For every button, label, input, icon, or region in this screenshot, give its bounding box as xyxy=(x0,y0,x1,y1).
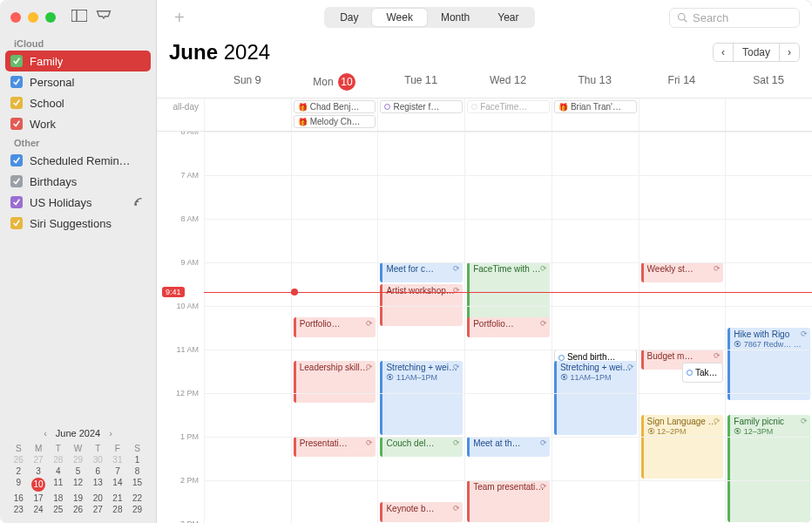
day-header[interactable]: Mon 10 xyxy=(291,68,378,98)
mini-day[interactable]: 30 xyxy=(88,455,108,465)
mini-day[interactable]: 16 xyxy=(9,493,29,503)
day-column[interactable]: Hike with Rigo⦿ 7867 Redw… ⦿ 10AM–12PM⟳F… xyxy=(725,132,812,523)
calendar-list-item[interactable]: Siri Suggestions xyxy=(0,213,156,234)
allday-event[interactable]: 🎁Chad Benj… xyxy=(294,100,376,113)
today-button[interactable]: Today xyxy=(733,43,780,62)
calendar-event[interactable]: Take Luna… xyxy=(682,363,723,383)
maximize-button[interactable] xyxy=(45,12,56,23)
calendar-event[interactable]: Stretching + weights⦿ 11AM–1PM⟳ xyxy=(380,361,463,436)
mini-day[interactable]: 27 xyxy=(88,505,108,514)
mini-day[interactable]: 3 xyxy=(29,466,49,476)
view-tab-day[interactable]: Day xyxy=(326,9,372,26)
next-week-button[interactable]: › xyxy=(779,43,800,62)
minimize-button[interactable] xyxy=(28,12,38,23)
day-header[interactable]: Sun 9 xyxy=(204,68,291,98)
mini-day[interactable]: 7 xyxy=(108,466,128,476)
mini-day[interactable]: 19 xyxy=(68,493,88,503)
mini-day[interactable]: 5 xyxy=(68,466,88,476)
day-header[interactable]: Thu 13 xyxy=(551,68,639,98)
mini-day[interactable]: 9 xyxy=(9,478,29,492)
mini-day[interactable]: 25 xyxy=(48,505,68,514)
inbox-icon[interactable] xyxy=(96,10,112,25)
mini-day[interactable]: 29 xyxy=(68,455,88,465)
mini-day[interactable]: 28 xyxy=(108,505,128,514)
calendar-event[interactable]: Team presentati…⟳ xyxy=(467,480,550,522)
calendar-event[interactable]: Meet for c…⟳ xyxy=(380,262,463,282)
calendar-event[interactable]: Keynote b…⟳ xyxy=(380,502,463,522)
close-button[interactable] xyxy=(10,12,21,23)
view-tab-year[interactable]: Year xyxy=(484,9,532,26)
mini-day[interactable]: 13 xyxy=(88,478,108,492)
calendar-checkbox[interactable] xyxy=(10,118,23,130)
calendar-event[interactable]: Meet at th…⟳ xyxy=(467,437,550,457)
mini-day[interactable]: 27 xyxy=(29,455,49,465)
add-event-button[interactable]: + xyxy=(169,8,190,28)
mini-day[interactable]: 20 xyxy=(88,493,108,503)
mini-day[interactable]: 24 xyxy=(29,505,49,514)
mini-day[interactable]: 10 xyxy=(31,478,45,492)
calendar-list-item[interactable]: US Holidays xyxy=(0,192,156,213)
mini-day[interactable]: 21 xyxy=(108,493,128,503)
allday-cell[interactable]: FaceTime… xyxy=(464,98,551,131)
mini-day[interactable]: 28 xyxy=(48,455,68,465)
day-column[interactable]: Meet for c…⟳Artist workshop…⟳Stretching … xyxy=(377,132,464,523)
allday-event[interactable]: Register f… xyxy=(380,100,463,113)
mini-day[interactable]: 23 xyxy=(9,505,29,514)
mini-day[interactable]: 26 xyxy=(9,455,29,465)
allday-cell[interactable]: 🎁Brian Tran'… xyxy=(551,98,639,131)
allday-event[interactable]: 🎁Melody Ch… xyxy=(294,115,376,128)
view-tab-week[interactable]: Week xyxy=(372,9,426,26)
mini-day[interactable]: 11 xyxy=(48,478,68,492)
calendar-list-item[interactable]: Scheduled Remin… xyxy=(0,150,156,171)
calendar-checkbox[interactable] xyxy=(10,55,23,67)
mini-day[interactable]: 2 xyxy=(9,466,29,476)
calendar-event[interactable]: Presentati…⟳ xyxy=(294,437,376,457)
calendar-list-item[interactable]: Birthdays xyxy=(0,171,156,192)
day-column[interactable]: Weekly st…⟳Budget m…⟳Take Luna…Sign Lang… xyxy=(639,132,726,523)
calendar-checkbox[interactable] xyxy=(10,97,23,109)
allday-event[interactable]: FaceTime… xyxy=(467,100,550,113)
calendar-checkbox[interactable] xyxy=(10,217,23,229)
day-column[interactable]: Portfolio…⟳Leadership skills work…⟳Prese… xyxy=(291,132,378,523)
calendar-checkbox[interactable] xyxy=(10,196,23,208)
mini-day[interactable]: 4 xyxy=(48,466,68,476)
mini-day[interactable]: 14 xyxy=(108,478,128,492)
allday-cell[interactable]: 🎁Chad Benj…🎁Melody Ch… xyxy=(291,98,378,131)
allday-cell[interactable]: Register f… xyxy=(377,98,464,131)
calendar-event[interactable]: Portfolio…⟳ xyxy=(467,317,550,337)
calendar-event[interactable]: Family picnic⦿ 12–3PM⟳ xyxy=(727,415,810,522)
calendar-event[interactable]: Stretching + weights⦿ 11AM–1PM⟳ xyxy=(554,361,637,436)
mini-next-button[interactable]: › xyxy=(105,428,116,438)
day-column[interactable]: FaceTime with Gran…⟳Portfolio…⟳Meet at t… xyxy=(464,132,551,523)
calendar-event[interactable]: Sign Language Club⦿ 12–2PM⟳ xyxy=(641,415,724,479)
mini-day[interactable]: 18 xyxy=(48,493,68,503)
day-header[interactable]: Sat 15 xyxy=(725,68,812,98)
calendar-checkbox[interactable] xyxy=(10,76,23,88)
mini-day[interactable]: 17 xyxy=(29,493,49,503)
calendar-event[interactable]: Hike with Rigo⦿ 7867 Redw… ⦿ 10AM–12PM⟳ xyxy=(727,328,810,400)
allday-cell[interactable] xyxy=(725,98,812,131)
calendar-list-item[interactable]: Family xyxy=(5,51,151,71)
calendar-event[interactable]: Couch del…⟳ xyxy=(380,437,463,457)
calendar-checkbox[interactable] xyxy=(10,154,23,166)
mini-day[interactable]: 6 xyxy=(88,466,108,476)
calendar-event[interactable]: Portfolio…⟳ xyxy=(294,317,376,337)
mini-day[interactable]: 15 xyxy=(127,478,147,492)
sidebar-toggle-icon[interactable] xyxy=(71,10,87,25)
day-column[interactable]: Send birth…Stretching + weights⦿ 11AM–1P… xyxy=(551,132,639,523)
mini-day[interactable]: 1 xyxy=(127,455,147,465)
day-header[interactable]: Fri 14 xyxy=(639,68,726,98)
calendar-event[interactable]: Weekly st…⟳ xyxy=(641,262,724,282)
mini-day[interactable]: 29 xyxy=(127,505,147,514)
day-header[interactable]: Wed 12 xyxy=(464,68,551,98)
calendar-checkbox[interactable] xyxy=(10,175,23,187)
search-field[interactable]: Search xyxy=(669,8,800,28)
mini-day[interactable]: 8 xyxy=(127,466,147,476)
mini-day[interactable]: 12 xyxy=(68,478,88,492)
allday-event[interactable]: 🎁Brian Tran'… xyxy=(554,100,637,113)
mini-day[interactable]: 31 xyxy=(108,455,128,465)
day-column[interactable] xyxy=(204,132,291,523)
mini-day[interactable]: 22 xyxy=(127,493,147,503)
calendar-list-item[interactable]: Personal xyxy=(0,71,156,92)
allday-cell[interactable] xyxy=(204,98,291,131)
